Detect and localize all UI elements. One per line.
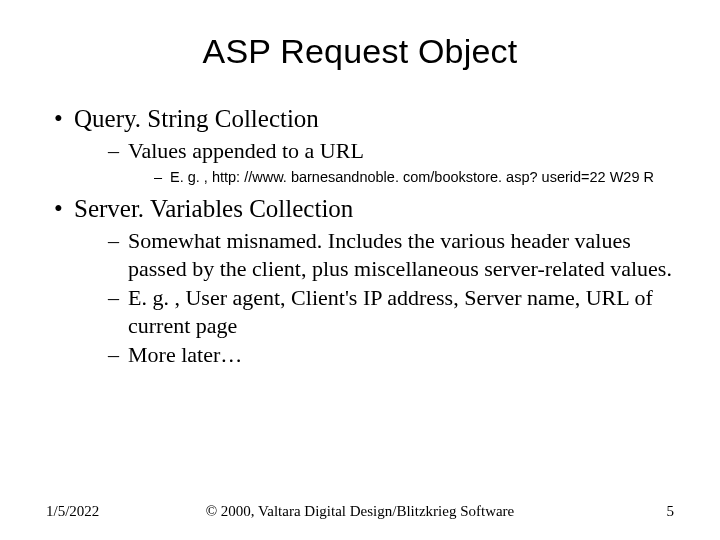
bullet-querystring: Query. String Collection Values appended… [54,103,678,187]
subsub-bullet: E. g. , http: //www. barnesandnoble. com… [154,168,678,188]
footer-copyright: © 2000, Valtara Digital Design/Blitzkrie… [166,503,554,520]
subsub-bullet-text: E. g. , http: //www. barnesandnoble. com… [170,169,654,185]
footer-page-number: 5 [554,503,674,520]
sub-bullet: Values appended to a URL E. g. , http: /… [108,137,678,187]
slide: ASP Request Object Query. String Collect… [0,0,720,540]
subsub-list: E. g. , http: //www. barnesandnoble. com… [128,168,678,188]
footer-date: 1/5/2022 [46,503,166,520]
slide-body: Query. String Collection Values appended… [0,103,720,369]
slide-title: ASP Request Object [0,0,720,99]
sub-list: Somewhat misnamed. Includes the various … [74,227,678,369]
sub-list: Values appended to a URL E. g. , http: /… [74,137,678,187]
sub-bullet-text: Values appended to a URL [128,138,364,163]
bullet-text: Query. String Collection [74,105,319,132]
sub-bullet: Somewhat misnamed. Includes the various … [108,227,678,282]
bullet-servervariables: Server. Variables Collection Somewhat mi… [54,193,678,369]
slide-footer: 1/5/2022 © 2000, Valtara Digital Design/… [0,503,720,520]
sub-bullet-text: Somewhat misnamed. Includes the various … [128,228,672,281]
sub-bullet-text: E. g. , User agent, Client's IP address,… [128,285,653,338]
sub-bullet: E. g. , User agent, Client's IP address,… [108,284,678,339]
sub-bullet: More later… [108,341,678,369]
bullet-text: Server. Variables Collection [74,195,353,222]
sub-bullet-text: More later… [128,342,242,367]
